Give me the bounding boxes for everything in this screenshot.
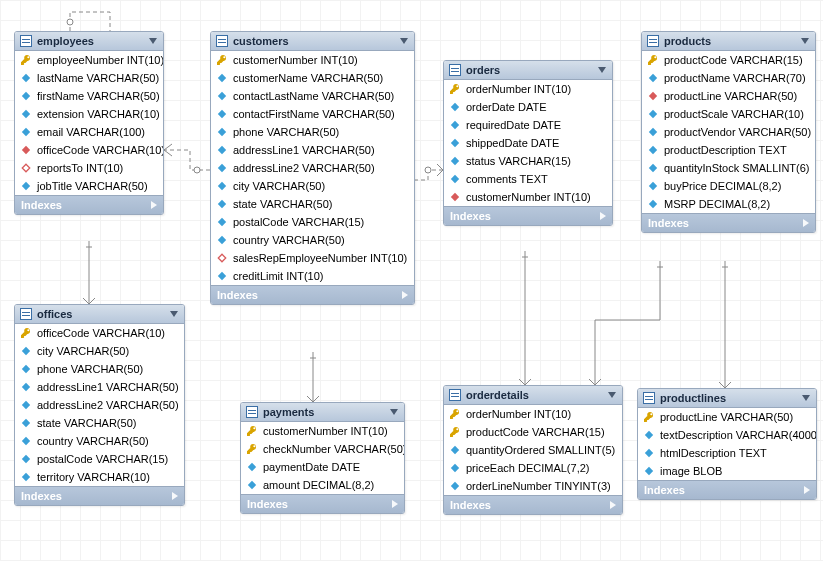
- column-row[interactable]: jobTitle VARCHAR(50): [15, 177, 163, 195]
- column-row[interactable]: quantityInStock SMALLINT(6): [642, 159, 815, 177]
- columns-list: employeeNumber INT(10)lastName VARCHAR(5…: [15, 51, 163, 195]
- column-row[interactable]: phone VARCHAR(50): [211, 123, 414, 141]
- table-header[interactable]: employees: [15, 32, 163, 51]
- column-row[interactable]: productVendor VARCHAR(50): [642, 123, 815, 141]
- diamond-icon: [216, 144, 228, 156]
- table-productlines[interactable]: productlinesproductLine VARCHAR(50)textD…: [637, 388, 817, 500]
- fk-diamond-icon: [20, 144, 32, 156]
- column-row[interactable]: customerName VARCHAR(50): [211, 69, 414, 87]
- column-row[interactable]: phone VARCHAR(50): [15, 360, 184, 378]
- indexes-section[interactable]: Indexes: [638, 480, 816, 499]
- indexes-label: Indexes: [21, 199, 62, 211]
- table-header[interactable]: orderdetails: [444, 386, 622, 405]
- indexes-section[interactable]: Indexes: [642, 213, 815, 232]
- column-row[interactable]: image BLOB: [638, 462, 816, 480]
- column-row[interactable]: country VARCHAR(50): [15, 432, 184, 450]
- column-row[interactable]: city VARCHAR(50): [211, 177, 414, 195]
- table-employees[interactable]: employeesemployeeNumber INT(10)lastName …: [14, 31, 164, 215]
- column-row[interactable]: officeCode VARCHAR(10): [15, 324, 184, 342]
- table-header[interactable]: customers: [211, 32, 414, 51]
- column-row[interactable]: state VARCHAR(50): [15, 414, 184, 432]
- indexes-section[interactable]: Indexes: [15, 486, 184, 505]
- column-text: quantityOrdered SMALLINT(5): [466, 444, 615, 456]
- column-row[interactable]: lastName VARCHAR(50): [15, 69, 163, 87]
- table-header[interactable]: payments: [241, 403, 404, 422]
- column-row[interactable]: productLine VARCHAR(50): [642, 87, 815, 105]
- key-icon: [449, 83, 461, 95]
- column-row[interactable]: contactLastName VARCHAR(50): [211, 87, 414, 105]
- column-row[interactable]: productDescription TEXT: [642, 141, 815, 159]
- table-header[interactable]: products: [642, 32, 815, 51]
- table-header[interactable]: orders: [444, 61, 612, 80]
- column-row[interactable]: customerNumber INT(10): [444, 188, 612, 206]
- column-row[interactable]: contactFirstName VARCHAR(50): [211, 105, 414, 123]
- column-row[interactable]: paymentDate DATE: [241, 458, 404, 476]
- chevron-down-icon: [149, 38, 157, 44]
- column-row[interactable]: MSRP DECIMAL(8,2): [642, 195, 815, 213]
- column-row[interactable]: orderNumber INT(10): [444, 80, 612, 98]
- diamond-icon: [647, 72, 659, 84]
- column-row[interactable]: status VARCHAR(15): [444, 152, 612, 170]
- indexes-section[interactable]: Indexes: [211, 285, 414, 304]
- column-row[interactable]: postalCode VARCHAR(15): [211, 213, 414, 231]
- column-row[interactable]: productCode VARCHAR(15): [444, 423, 622, 441]
- column-row[interactable]: country VARCHAR(50): [211, 231, 414, 249]
- column-row[interactable]: customerNumber INT(10): [211, 51, 414, 69]
- column-row[interactable]: productScale VARCHAR(10): [642, 105, 815, 123]
- column-row[interactable]: priceEach DECIMAL(7,2): [444, 459, 622, 477]
- column-row[interactable]: checkNumber VARCHAR(50): [241, 440, 404, 458]
- table-payments[interactable]: paymentscustomerNumber INT(10)checkNumbe…: [240, 402, 405, 514]
- column-row[interactable]: reportsTo INT(10): [15, 159, 163, 177]
- column-row[interactable]: creditLimit INT(10): [211, 267, 414, 285]
- column-row[interactable]: customerNumber INT(10): [241, 422, 404, 440]
- table-header[interactable]: offices: [15, 305, 184, 324]
- column-row[interactable]: employeeNumber INT(10): [15, 51, 163, 69]
- column-text: phone VARCHAR(50): [37, 363, 143, 375]
- table-icon: [246, 406, 258, 418]
- table-orders[interactable]: ordersorderNumber INT(10)orderDate DATEr…: [443, 60, 613, 226]
- column-text: country VARCHAR(50): [233, 234, 345, 246]
- table-offices[interactable]: officesofficeCode VARCHAR(10)city VARCHA…: [14, 304, 185, 506]
- indexes-section[interactable]: Indexes: [444, 495, 622, 514]
- column-row[interactable]: firstName VARCHAR(50): [15, 87, 163, 105]
- column-row[interactable]: productCode VARCHAR(15): [642, 51, 815, 69]
- columns-list: orderNumber INT(10)productCode VARCHAR(1…: [444, 405, 622, 495]
- column-row[interactable]: salesRepEmployeeNumber INT(10): [211, 249, 414, 267]
- column-row[interactable]: state VARCHAR(50): [211, 195, 414, 213]
- column-row[interactable]: city VARCHAR(50): [15, 342, 184, 360]
- column-row[interactable]: addressLine2 VARCHAR(50): [15, 396, 184, 414]
- column-row[interactable]: addressLine1 VARCHAR(50): [211, 141, 414, 159]
- column-row[interactable]: territory VARCHAR(10): [15, 468, 184, 486]
- indexes-section[interactable]: Indexes: [444, 206, 612, 225]
- column-row[interactable]: productName VARCHAR(70): [642, 69, 815, 87]
- column-row[interactable]: htmlDescription TEXT: [638, 444, 816, 462]
- column-row[interactable]: shippedDate DATE: [444, 134, 612, 152]
- column-row[interactable]: comments TEXT: [444, 170, 612, 188]
- indexes-section[interactable]: Indexes: [15, 195, 163, 214]
- table-header[interactable]: productlines: [638, 389, 816, 408]
- column-text: productVendor VARCHAR(50): [664, 126, 811, 138]
- diamond-icon: [449, 444, 461, 456]
- table-products[interactable]: productsproductCode VARCHAR(15)productNa…: [641, 31, 816, 233]
- table-orderdetails[interactable]: orderdetailsorderNumber INT(10)productCo…: [443, 385, 623, 515]
- column-row[interactable]: textDescription VARCHAR(4000): [638, 426, 816, 444]
- indexes-label: Indexes: [644, 484, 685, 496]
- column-row[interactable]: extension VARCHAR(10): [15, 105, 163, 123]
- column-row[interactable]: quantityOrdered SMALLINT(5): [444, 441, 622, 459]
- column-row[interactable]: orderDate DATE: [444, 98, 612, 116]
- column-row[interactable]: postalCode VARCHAR(15): [15, 450, 184, 468]
- column-row[interactable]: productLine VARCHAR(50): [638, 408, 816, 426]
- column-row[interactable]: officeCode VARCHAR(10): [15, 141, 163, 159]
- column-row[interactable]: requiredDate DATE: [444, 116, 612, 134]
- column-text: checkNumber VARCHAR(50): [263, 443, 405, 455]
- key-icon: [647, 54, 659, 66]
- column-row[interactable]: buyPrice DECIMAL(8,2): [642, 177, 815, 195]
- column-row[interactable]: orderNumber INT(10): [444, 405, 622, 423]
- column-row[interactable]: amount DECIMAL(8,2): [241, 476, 404, 494]
- column-row[interactable]: addressLine2 VARCHAR(50): [211, 159, 414, 177]
- indexes-section[interactable]: Indexes: [241, 494, 404, 513]
- table-customers[interactable]: customerscustomerNumber INT(10)customerN…: [210, 31, 415, 305]
- column-row[interactable]: email VARCHAR(100): [15, 123, 163, 141]
- column-row[interactable]: orderLineNumber TINYINT(3): [444, 477, 622, 495]
- column-row[interactable]: addressLine1 VARCHAR(50): [15, 378, 184, 396]
